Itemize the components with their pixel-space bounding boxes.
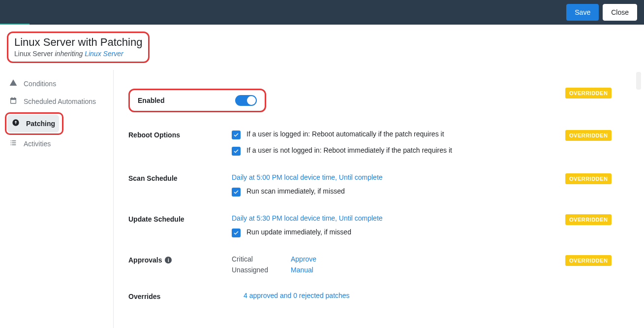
- sidebar-item-label: Conditions: [24, 80, 56, 88]
- calendar-icon: [9, 97, 18, 106]
- page-subtitle-link[interactable]: Linux Server: [85, 50, 123, 58]
- page-header: Linux Server with Patching Linux Server …: [0, 25, 644, 70]
- page-subtitle-inherit: inheriting: [55, 50, 85, 58]
- reboot-loggedin-checkbox[interactable]: [232, 131, 241, 139]
- page-header-highlight: Linux Server with Patching Linux Server …: [7, 32, 150, 63]
- sidebar-item-label: Patching: [26, 120, 55, 128]
- update-schedule-link[interactable]: Daily at 5:30 PM local device time, Unti…: [232, 214, 383, 222]
- approvals-key-critical: Critical: [232, 255, 291, 263]
- sidebar-item-label: Activities: [24, 140, 51, 148]
- sidebar-item-conditions[interactable]: Conditions: [5, 75, 113, 93]
- reboot-loggedin-text: If a user is logged in: Reboot automatic…: [246, 130, 444, 138]
- overridden-badge: OVERRIDDEN: [565, 173, 612, 184]
- main-content: Enabled OVERRIDDEN Reboot Options If a u…: [113, 70, 644, 328]
- info-icon[interactable]: i: [165, 257, 172, 263]
- scan-missed-checkbox[interactable]: [232, 188, 241, 197]
- reboot-notloggedin-checkbox[interactable]: [232, 147, 241, 156]
- close-button[interactable]: Close: [603, 4, 637, 21]
- row-scan-schedule: Scan Schedule Daily at 5:00 PM local dev…: [128, 167, 624, 208]
- scan-label: Scan Schedule: [128, 174, 178, 182]
- sidebar-item-activities[interactable]: Activities: [5, 135, 113, 153]
- warning-icon: [9, 79, 18, 89]
- list-icon: [9, 139, 18, 149]
- scan-schedule-link[interactable]: Daily at 5:00 PM local device time, Unti…: [232, 173, 383, 181]
- row-approvals: Approvals i Critical Approve Unassigned …: [128, 249, 624, 286]
- page-title: Linux Server with Patching: [14, 36, 142, 49]
- update-label: Update Schedule: [128, 215, 184, 223]
- approvals-value-unassigned[interactable]: Manual: [291, 266, 565, 274]
- save-button[interactable]: Save: [566, 4, 599, 21]
- approvals-key-unassigned: Unassigned: [232, 266, 291, 274]
- sidebar-item-scheduled-automations[interactable]: Scheduled Automations: [5, 93, 113, 110]
- page-subtitle-prefix: Linux Server: [14, 50, 55, 58]
- overridden-badge: OVERRIDDEN: [565, 88, 612, 98]
- topbar: Save Close: [0, 0, 644, 25]
- enabled-label: Enabled: [138, 97, 235, 104]
- sidebar-item-label: Scheduled Automations: [24, 98, 96, 105]
- enabled-highlight: Enabled: [128, 89, 266, 112]
- overridden-badge: OVERRIDDEN: [565, 130, 612, 141]
- arrow-circle-up-icon: [11, 119, 20, 129]
- update-missed-text: Run update immediately, if missed: [246, 228, 351, 236]
- update-missed-checkbox[interactable]: [232, 229, 241, 237]
- sidebar: Conditions Scheduled Automations Patchin…: [5, 70, 113, 328]
- row-enabled: Enabled OVERRIDDEN: [128, 82, 624, 124]
- overrides-link[interactable]: 4 approved and 0 rejected patches: [244, 292, 350, 299]
- scan-missed-text: Run scan immediately, if missed: [246, 187, 345, 195]
- sidebar-item-patching[interactable]: Patching: [7, 115, 59, 132]
- overridden-badge: OVERRIDDEN: [565, 255, 612, 266]
- scrollbar[interactable]: [636, 72, 641, 90]
- approvals-value-critical[interactable]: Approve: [291, 255, 565, 263]
- overridden-badge: OVERRIDDEN: [565, 214, 612, 225]
- row-overrides: Overrides 4 approved and 0 rejected patc…: [128, 286, 624, 302]
- reboot-notloggedin-text: If a user is not logged in: Reboot immed…: [246, 146, 452, 154]
- row-reboot-options: Reboot Options If a user is logged in: R…: [128, 124, 624, 167]
- sidebar-item-highlight: Patching: [5, 112, 63, 135]
- page-subtitle: Linux Server inheriting Linux Server: [14, 50, 142, 58]
- row-update-schedule: Update Schedule Daily at 5:30 PM local d…: [128, 208, 624, 249]
- enabled-toggle[interactable]: [235, 95, 257, 106]
- overrides-label: Overrides: [128, 293, 160, 300]
- reboot-label: Reboot Options: [128, 131, 180, 139]
- toggle-knob: [247, 96, 256, 105]
- approvals-label: Approvals: [128, 256, 162, 264]
